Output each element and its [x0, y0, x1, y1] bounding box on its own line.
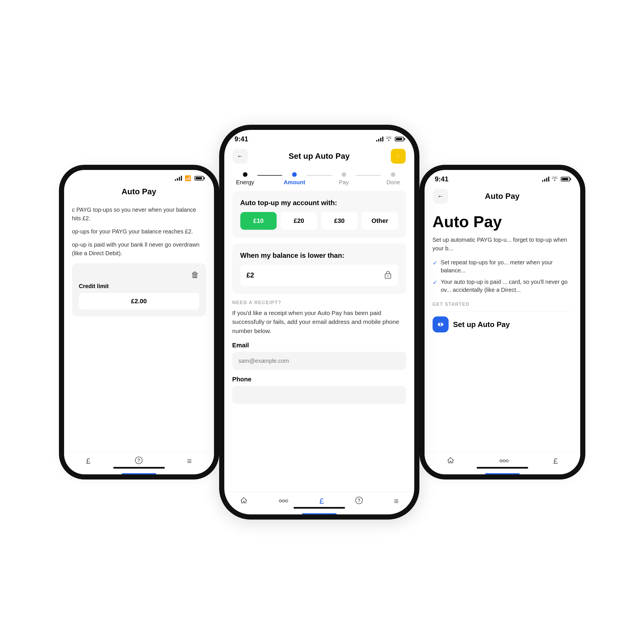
- right-status-bar: 9:41: [425, 170, 580, 185]
- center-nav-menu[interactable]: ≡: [394, 497, 399, 506]
- email-input[interactable]: [232, 352, 406, 370]
- step-pay: Pay: [332, 172, 356, 186]
- center-nav-help[interactable]: ?: [355, 496, 363, 506]
- svg-point-6: [286, 500, 288, 502]
- setup-auto-pay-button[interactable]: Set up Auto Pay: [433, 316, 510, 332]
- balance-input-row: £2: [240, 265, 398, 286]
- step-line-2: [307, 175, 331, 176]
- lock-icon: [384, 270, 392, 281]
- center-usage-icon: [279, 497, 288, 506]
- amount-other-label: Other: [371, 217, 388, 224]
- center-status-bar: 9:41: [224, 130, 414, 145]
- credit-area: 🗑 Credit limit £2.00: [72, 263, 206, 316]
- help-icon: ?: [135, 456, 143, 466]
- feature-text-2: Your auto top-up is paid ... card, so yo…: [441, 278, 572, 294]
- left-desc3: op-up is paid with your bank ll never go…: [72, 240, 206, 257]
- phone-center: 9:41 ←: [219, 125, 419, 520]
- center-help-icon: ?: [355, 496, 363, 506]
- center-home-indicator: [294, 507, 345, 509]
- right-nav-bills[interactable]: £: [553, 457, 558, 466]
- right-status-icons: [542, 176, 570, 182]
- svg-text:?: ?: [137, 458, 140, 463]
- battery-icon: [195, 176, 204, 181]
- step-dot-pay: [342, 172, 346, 177]
- amount-10-button[interactable]: £10: [240, 212, 277, 230]
- center-menu-icon: ≡: [394, 497, 399, 506]
- center-signal-icon: [376, 136, 383, 142]
- right-bottom-indicator: [485, 473, 520, 474]
- svg-point-11: [500, 460, 502, 462]
- left-nav-bills[interactable]: £: [86, 457, 91, 466]
- left-content: c PAYG top-ups so you never when your ba…: [64, 200, 214, 479]
- trash-icon[interactable]: 🗑: [191, 270, 199, 280]
- step-dot-energy: [243, 172, 247, 177]
- amount-options: £10 £20 £30 Other: [240, 212, 398, 230]
- step-line-1: [257, 175, 282, 176]
- left-nav-menu[interactable]: ≡: [187, 457, 192, 466]
- phone-label: Phone: [232, 376, 406, 383]
- svg-text:?: ?: [358, 498, 360, 503]
- amount-30-button[interactable]: £30: [321, 212, 358, 230]
- center-bills-icon: £: [320, 497, 324, 506]
- receipt-section: NEED A RECEIPT? If you'd like a receipt …: [232, 300, 406, 415]
- left-status-bar: 📶: [64, 170, 214, 184]
- left-nav-help[interactable]: ?: [135, 456, 143, 466]
- center-nav-usage[interactable]: [279, 497, 288, 506]
- topup-card-title: Auto top-up my account with:: [240, 199, 398, 207]
- wifi-icon: 📶: [185, 175, 191, 181]
- svg-point-13: [506, 460, 508, 462]
- home-indicator: [113, 467, 165, 469]
- step-label-pay: Pay: [339, 179, 349, 186]
- center-content: Auto top-up my account with: £10 £20 £30…: [224, 191, 414, 415]
- right-back-arrow-icon: ←: [437, 193, 444, 200]
- receipt-label: NEED A RECEIPT?: [232, 300, 406, 306]
- step-amount: Amount: [282, 172, 307, 186]
- left-bottom-nav: £ ? ≡: [64, 451, 214, 474]
- check-icon-2: ✓: [433, 278, 437, 286]
- amount-other-button[interactable]: Other: [362, 212, 398, 230]
- center-bottom-nav: £ ? ≡: [224, 492, 414, 514]
- right-nav-header: ← Auto Pay: [425, 185, 580, 207]
- balance-value: £2: [247, 271, 254, 279]
- step-dot-done: [391, 172, 395, 177]
- right-battery-icon: [561, 177, 570, 181]
- back-button[interactable]: ←: [233, 149, 248, 164]
- center-nav-header: ← Set up Auto Pay ⚡: [224, 145, 414, 167]
- step-line-3: [356, 175, 381, 176]
- left-desc1: c PAYG top-ups so you never when your ba…: [72, 205, 206, 223]
- svg-point-3: [387, 276, 389, 277]
- signal-icon: [175, 176, 182, 181]
- progress-steps: Energy Amount Pay Done: [224, 167, 414, 191]
- back-arrow-icon: ←: [237, 152, 243, 160]
- right-nav-usage[interactable]: [499, 457, 509, 466]
- feature-text-1: Set repeat top-ups for yo... meter when …: [441, 258, 572, 274]
- svg-point-12: [503, 460, 505, 462]
- phone-left: 📶 Auto Pay c PAYG top-ups so you never w…: [59, 165, 219, 479]
- feature-item-2: ✓ Your auto top-up is paid ... card, so …: [433, 278, 572, 294]
- step-label-done: Done: [386, 179, 400, 186]
- bills-icon: £: [86, 457, 91, 466]
- right-nav-home[interactable]: [447, 456, 455, 466]
- balance-card-title: When my balance is lower than:: [240, 251, 398, 259]
- setup-infinity-icon: [433, 316, 449, 332]
- bottom-indicator: [122, 473, 156, 474]
- right-back-button[interactable]: ←: [433, 189, 448, 204]
- center-nav-home[interactable]: [240, 496, 248, 506]
- right-content: Auto Pay Set up automatic PAYG top-u... …: [425, 207, 580, 338]
- email-label: Email: [232, 342, 406, 349]
- svg-point-5: [282, 500, 285, 502]
- action-button[interactable]: ⚡: [391, 149, 406, 164]
- right-home-indicator: [477, 467, 528, 469]
- check-icon-1: ✓: [433, 259, 437, 267]
- center-nav-bills[interactable]: £: [320, 497, 324, 506]
- right-bills-icon: £: [553, 457, 558, 466]
- amount-10-label: £10: [253, 217, 264, 224]
- amount-20-button[interactable]: £20: [281, 212, 317, 230]
- feature-list: ✓ Set repeat top-ups for yo... meter whe…: [433, 258, 572, 294]
- step-done: Done: [381, 172, 405, 186]
- phone-input[interactable]: [232, 386, 406, 404]
- center-bottom-indicator: [302, 513, 336, 514]
- right-usage-icon: [499, 457, 509, 466]
- phone-right: 9:41 ←: [419, 165, 585, 479]
- setup-btn-label: Set up Auto Pay: [453, 320, 510, 329]
